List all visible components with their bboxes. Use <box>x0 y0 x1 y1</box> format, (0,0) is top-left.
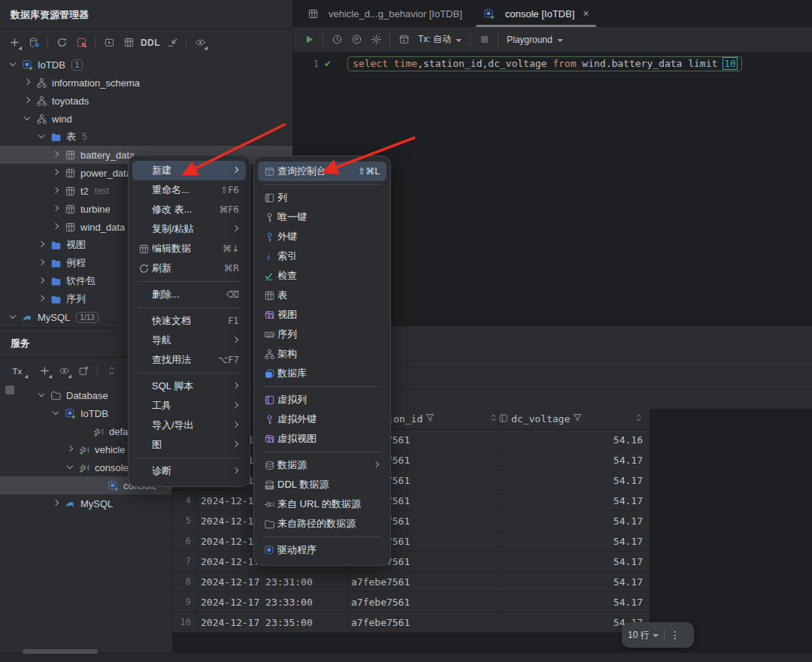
chevron-down-icon[interactable] <box>22 113 32 124</box>
chevron-right-icon[interactable] <box>22 95 32 106</box>
dc-voltage-cell[interactable]: 54.17 <box>498 511 650 531</box>
code-line[interactable]: 1 ✔ select time,station_id,dc_voltage fr… <box>293 55 812 73</box>
submenu-item-DDL 数据源[interactable]: DDLDDL 数据源 <box>258 475 386 494</box>
sort-icon[interactable] <box>489 413 498 425</box>
eye-icon[interactable] <box>190 34 210 52</box>
add-icon[interactable] <box>5 34 24 52</box>
stop-icon[interactable] <box>474 31 494 49</box>
chevron-right-icon[interactable] <box>36 240 47 250</box>
horizontal-scrollbar[interactable] <box>23 649 98 654</box>
chevron-right-icon[interactable] <box>50 204 61 214</box>
run-icon[interactable] <box>299 31 319 49</box>
chevron-right-icon[interactable] <box>36 294 47 304</box>
time-cell[interactable]: 2024-12-17 23:35:00 <box>198 612 348 632</box>
services-rail-indicator[interactable] <box>5 385 14 394</box>
chevron-right-icon[interactable] <box>50 498 61 509</box>
tx-mode-dropdown[interactable]: Tx: 自动 <box>418 33 451 46</box>
session-dropdown[interactable]: Playground <box>507 35 553 45</box>
dc-voltage-cell[interactable]: 54.17 <box>498 592 650 612</box>
submenu-item-唯一键[interactable]: 唯一键 <box>258 207 386 227</box>
results-row-4[interactable]: 42024-12-17 23:23:00a7febe756154.17 <box>173 491 650 511</box>
dc-voltage-cell[interactable]: 54.17 <box>498 552 650 571</box>
context-menu-item-刷新[interactable]: 刷新⌘R <box>132 258 246 278</box>
chevron-down-icon[interactable] <box>50 408 61 419</box>
dc-voltage-cell[interactable]: 54.17 <box>498 450 650 470</box>
station-id-cell[interactable]: a7febe7561 <box>348 612 498 632</box>
pager-pill[interactable]: 10 行 ⋮ <box>622 622 694 648</box>
settings-gear-icon[interactable] <box>366 31 386 49</box>
submenu-item-视图[interactable]: 视图 <box>258 305 386 325</box>
context-menu-item-诊断[interactable]: 诊断 <box>132 461 246 481</box>
filter-funnel-icon[interactable] <box>426 413 435 425</box>
chevron-right-icon[interactable] <box>50 222 61 232</box>
sort-icon[interactable] <box>635 413 643 425</box>
explorer-item-IoTDB[interactable]: IoTDB1 <box>0 56 292 74</box>
chevron-down-icon[interactable] <box>8 312 18 322</box>
context-menu-item-导入/导出[interactable]: 导入/导出 <box>132 416 246 435</box>
dc-voltage-cell[interactable]: 54.17 <box>498 491 650 510</box>
dc-voltage-cell[interactable]: 54.17 <box>498 572 650 591</box>
dc-voltage-cell[interactable]: 54.17 <box>498 470 650 490</box>
submenu-item-索引[interactable]: i索引 <box>258 246 386 266</box>
chevron-right-icon[interactable] <box>50 186 61 196</box>
context-menu-item-修改 表...[interactable]: 修改 表...⌘F6 <box>132 200 246 219</box>
submenu-item-表[interactable]: 表 <box>258 286 386 305</box>
context-menu-item-删除...[interactable]: 删除...⌫ <box>132 285 246 304</box>
query-console-icon[interactable] <box>99 34 119 52</box>
chevron-down-icon[interactable] <box>36 131 47 142</box>
submenu-item-虚拟列[interactable]: 虚拟列 <box>258 390 386 410</box>
context-menu-item-新建[interactable]: 新建 <box>132 161 246 180</box>
sql-statement[interactable]: select time,station_id,dc_voltage from w… <box>347 56 742 71</box>
page-size-label[interactable]: 10 行 <box>628 629 650 642</box>
context-menu-item-导航[interactable]: 导航 <box>132 331 246 350</box>
submenu-item-外键[interactable]: 外键 <box>258 227 386 246</box>
context-menu-item-重命名...[interactable]: 重命名...⇧F6 <box>132 180 246 200</box>
editor-tab-vehicle_d...g_behavior [IoTDB][interactable]: vehicle_d...g_behavior [IoTDB] <box>296 0 473 27</box>
chevron-right-icon[interactable] <box>50 168 61 178</box>
explorer-item-wind[interactable]: wind <box>0 110 292 128</box>
chevron-right-icon[interactable] <box>36 258 47 268</box>
expand-collapse-icon[interactable] <box>102 362 121 380</box>
context-menu-item-复制/粘贴[interactable]: 复制/粘贴 <box>132 219 246 239</box>
dc-voltage-cell[interactable]: 54.17 <box>498 531 650 551</box>
results-row-6[interactable]: 62024-12-17 23:27:00a7febe756154.17 <box>173 531 650 552</box>
chevron-right-icon[interactable] <box>50 150 61 160</box>
chevron-right-icon[interactable] <box>22 77 32 88</box>
station-id-cell[interactable]: a7febe7561 <box>348 572 498 591</box>
submenu-item-数据库[interactable]: 数据库 <box>258 364 386 383</box>
more-options-icon[interactable]: ⋮ <box>670 629 680 641</box>
context-menu-item-SQL 脚本[interactable]: SQL 脚本 <box>132 376 246 396</box>
tx-mode-icon[interactable]: Tx <box>5 362 30 380</box>
explorer-item-information_schema[interactable]: information_schema <box>0 74 292 92</box>
datasource-settings-icon[interactable] <box>24 34 44 52</box>
column-header-dc_voltage[interactable]: dc_voltage <box>498 409 650 429</box>
results-row-9[interactable]: 92024-12-17 23:33:00a7febe756154.17 <box>173 592 650 612</box>
results-row-5[interactable]: 52024-12-17 23:25:00a7febe756154.17 <box>173 511 650 531</box>
add-icon[interactable] <box>35 362 54 380</box>
results-row-10[interactable]: 102024-12-17 23:35:00a7febe756154.17 <box>173 612 650 633</box>
submenu-item-数据源[interactable]: 数据源 <box>258 455 386 475</box>
time-cell[interactable]: 2024-12-17 23:33:00 <box>198 592 348 612</box>
submenu-item-虚拟视图[interactable]: 虚拟视图 <box>258 429 386 449</box>
submenu-item-来自路径的数据源[interactable]: 来自路径的数据源 <box>258 514 386 534</box>
jump-to-console-icon[interactable] <box>162 34 182 52</box>
explorer-item-表[interactable]: 表5 <box>0 128 292 146</box>
console-output-icon[interactable] <box>394 31 414 49</box>
open-console-icon[interactable] <box>74 362 93 380</box>
station-id-cell[interactable]: a7febe7561 <box>348 592 498 612</box>
chevron-down-icon[interactable] <box>36 390 47 401</box>
filter-funnel-icon[interactable] <box>573 413 582 425</box>
profile-icon[interactable]: P <box>347 31 366 49</box>
submenu-item-列[interactable]: 列 <box>258 188 386 207</box>
refresh-icon[interactable] <box>52 34 71 52</box>
chevron-down-icon[interactable] <box>65 462 75 473</box>
submenu-item-虚拟外键[interactable]: 虚拟外键 <box>258 410 386 429</box>
explorer-item-toyotads[interactable]: toyotads <box>0 92 292 110</box>
results-row-8[interactable]: 82024-12-17 23:31:00a7febe756154.17 <box>173 572 650 592</box>
context-menu-item-查找用法[interactable]: 查找用法⌥F7 <box>132 350 246 370</box>
services-item-MySQL[interactable]: MySQL <box>0 494 172 512</box>
table-icon[interactable] <box>119 34 138 52</box>
chevron-down-icon[interactable] <box>8 59 18 70</box>
dc-voltage-cell[interactable]: 54.16 <box>498 430 650 449</box>
context-menu-item-工具[interactable]: 工具 <box>132 396 246 416</box>
